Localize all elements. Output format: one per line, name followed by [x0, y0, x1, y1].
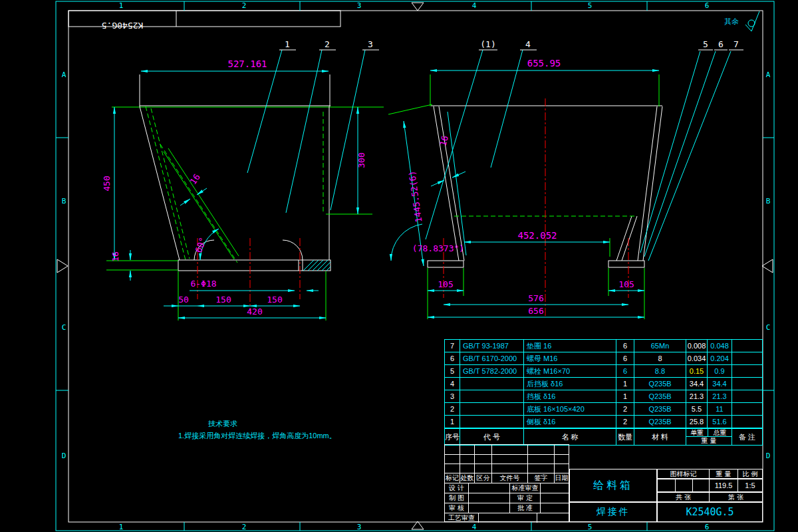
- zone-row: C: [62, 323, 66, 332]
- mark-weight-scale-values: 119.5 1:5: [657, 479, 763, 492]
- surface-finish-note: 其余: [724, 11, 759, 31]
- zone-col: 5: [588, 523, 593, 531]
- zone-col: 1: [119, 1, 124, 10]
- role-approve: 批 准: [509, 503, 540, 513]
- fold-mark-left: [57, 259, 68, 273]
- zone-row: B: [766, 197, 771, 205]
- bom-cell: 螺栓 M16×70: [523, 365, 616, 378]
- bom-header-remark: 备 注: [732, 429, 762, 445]
- zone-labels: 1 2 3 4 5 6 1 2 3 4 5 6 A B C D A B C D: [62, 1, 771, 531]
- technical-notes: 技术要求 1.焊接采用角对焊连续焊接，焊角高度为10mm。: [178, 420, 336, 440]
- bom-cell: 0.008: [686, 340, 707, 352]
- bill-of-materials: 7GB/T 93-1987垫圈 16665Mn0.0080.0486GB/T 6…: [444, 339, 763, 446]
- bom-cell: 1: [445, 416, 460, 428]
- role-std-check: 标准审查: [509, 483, 540, 493]
- dim-text: 656: [528, 306, 543, 316]
- bom-header-total-weight: 总重: [708, 429, 732, 437]
- bom-header-weight-group: 重 量: [686, 437, 732, 445]
- dim-text: 50: [178, 295, 189, 305]
- bom-cell: [460, 378, 523, 390]
- bom-cell: 5.5: [686, 403, 707, 416]
- zone-col: 5: [588, 1, 593, 10]
- dim-text: 60°: [194, 236, 208, 254]
- bom-cell: 11: [707, 403, 732, 416]
- bom-cell: 3: [445, 390, 460, 403]
- dim-text: 16: [188, 172, 202, 186]
- zone-col: 4: [472, 523, 477, 531]
- zone-row: D: [62, 452, 66, 460]
- bom-cell: 侧板 δ16: [523, 416, 616, 428]
- bom-cell: 底板 16×105×420: [523, 403, 616, 416]
- dim-text: 6-Φ18: [190, 279, 216, 289]
- bom-cell: 0.15: [686, 365, 707, 378]
- bom-cell: Q235B: [634, 390, 686, 403]
- bom-cell: [732, 378, 762, 390]
- part-balloons: 1 2 3 (1) 4 5 6 7: [247, 39, 743, 261]
- bom-cell: [460, 403, 523, 416]
- bom-cell: [732, 340, 762, 352]
- bom-cell: 0.204: [707, 352, 732, 365]
- bom-cell: 垫圈 16: [523, 340, 616, 352]
- part-type: 焊接件: [570, 503, 656, 521]
- dim-text: 420: [247, 307, 262, 317]
- scale-value: 1:5: [737, 479, 762, 491]
- cad-drawing-canvas: K2540G.5 1 2 3 4 5 6 1 2 3 4 5 6 A B C D…: [0, 0, 798, 532]
- rev-header: 签字: [527, 473, 554, 483]
- bom-cell: 4: [445, 378, 460, 390]
- bom-cell: 6: [616, 365, 634, 378]
- bom-header-material: 材 料: [634, 429, 686, 445]
- rev-header: 标记: [445, 473, 460, 483]
- zone-col: 1: [119, 523, 124, 531]
- dim-text: 105: [618, 279, 634, 289]
- sheet-number: 第 张: [709, 493, 762, 501]
- bom-cell: 34.4: [707, 378, 732, 390]
- part-type-box: 焊接件: [569, 502, 657, 522]
- balloon-label: 3: [368, 39, 373, 49]
- dim-text: 16: [438, 134, 450, 147]
- zone-row: A: [62, 70, 66, 79]
- drawing-number: K2540G.5: [658, 503, 762, 521]
- dim-text: (78.8373°): [412, 243, 464, 253]
- role-check: 审 核: [445, 503, 468, 513]
- bom-cell: 21.3: [707, 390, 732, 403]
- roughness-icon: [748, 20, 755, 27]
- surface-finish-label: 其余: [724, 17, 739, 25]
- bom-cell: Q235B: [634, 378, 686, 390]
- dim-text: 450: [102, 176, 112, 191]
- zone-col: 3: [357, 523, 362, 531]
- balloon-label: 6: [718, 39, 724, 49]
- bom-cell: Q235B: [634, 416, 686, 428]
- rev-header: 区分: [474, 473, 491, 483]
- zone-row: C: [766, 323, 771, 332]
- bom-header-code: 代 号: [460, 429, 523, 445]
- zone-row: B: [62, 197, 66, 205]
- fold-mark-right: [762, 259, 773, 273]
- rev-header: 处数: [460, 473, 474, 483]
- zone-col: 2: [242, 523, 247, 531]
- strip-code-label: K2540G.5: [102, 21, 144, 31]
- sheets-total: 共 张: [658, 493, 709, 501]
- weight-label: 重 量: [709, 469, 737, 478]
- bom-cell: 6: [616, 340, 634, 352]
- zone-col: 6: [705, 523, 710, 531]
- fold-mark-bottom: [412, 521, 424, 529]
- dim-text: 576: [528, 293, 543, 303]
- bom-header: 序号 代 号 名 称 数量 材 料 单重 总重 重 量 备 注: [445, 428, 762, 445]
- notes-title: 技术要求: [208, 420, 237, 428]
- revision-block: 标记 处数 区分 文件号 签字 日期 设 计 标准审查 制 图 审 定 审 核 …: [444, 444, 569, 522]
- bom-cell: 后挡板 δ16: [523, 378, 616, 390]
- zone-row: D: [766, 452, 771, 460]
- rev-header: 日期: [554, 473, 569, 483]
- bom-cell: 65Mn: [634, 340, 686, 352]
- balloon-label: 1: [285, 39, 290, 49]
- bom-header-weight: 单重 总重 重 量: [686, 429, 732, 445]
- bom-cell: 51.6: [707, 416, 732, 428]
- dim-text: 1445.52(6): [407, 170, 424, 223]
- bom-header-seq: 序号: [445, 429, 460, 445]
- bom-cell: 8.8: [634, 365, 686, 378]
- bom-cell: 34.4: [686, 378, 707, 390]
- mark-weight-scale-header: 图样标记 重 量 比 例: [657, 469, 763, 479]
- bom-cell: 1: [616, 390, 634, 403]
- scale-label: 比 例: [737, 469, 762, 478]
- bom-cell: 2: [445, 403, 460, 416]
